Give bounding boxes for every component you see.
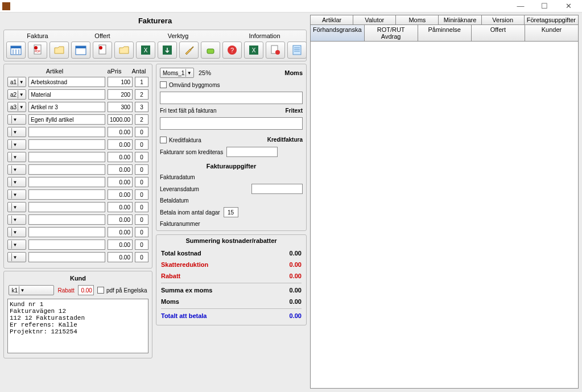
article-code-combo[interactable]: a1▼ <box>7 77 26 87</box>
article-price-input[interactable] <box>108 139 133 150</box>
article-qty-input[interactable] <box>135 139 148 150</box>
article-price-input[interactable] <box>108 77 133 87</box>
omvand-checkbox[interactable]: Omvänd byggmoms <box>160 81 303 88</box>
article-name-input[interactable] <box>28 164 105 175</box>
betala-dagar-input[interactable] <box>224 207 238 217</box>
tab-f-retagsuppgifter[interactable]: Företagsuppgifter <box>524 15 579 24</box>
offert-open-button[interactable] <box>114 42 134 59</box>
article-qty-input[interactable] <box>135 214 148 225</box>
article-qty-input[interactable] <box>135 202 148 212</box>
article-name-input[interactable] <box>28 139 105 150</box>
article-name-input[interactable] <box>28 177 105 187</box>
tab-p-minnelse[interactable]: Påminnelse <box>418 24 472 41</box>
article-qty-input[interactable] <box>135 227 148 237</box>
article-code-combo[interactable]: ▼ <box>7 164 26 175</box>
article-code-combo[interactable]: ▼ <box>7 127 26 137</box>
pdf-english-checkbox[interactable]: pdf på Engelska <box>97 287 147 294</box>
leveransdatum-input[interactable] <box>251 184 303 194</box>
article-qty-input[interactable] <box>135 240 148 250</box>
article-name-input[interactable] <box>28 189 105 200</box>
article-code-combo[interactable]: ▼ <box>7 252 26 262</box>
excel-export-button[interactable]: X <box>136 42 155 59</box>
article-price-input[interactable] <box>108 102 133 112</box>
article-name-input[interactable] <box>28 114 105 125</box>
article-price-input[interactable] <box>108 214 133 225</box>
faktura-calendar-button[interactable] <box>6 42 26 59</box>
maximize-button[interactable]: ☐ <box>533 1 556 12</box>
tab-offert[interactable]: Offert <box>471 24 525 41</box>
article-qty-input[interactable] <box>135 189 148 200</box>
tab-kunder[interactable]: Kunder <box>525 24 579 41</box>
article-price-input[interactable] <box>108 252 133 262</box>
rabatt-input[interactable] <box>78 285 94 295</box>
tab-version[interactable]: Version <box>481 15 525 24</box>
article-name-input[interactable] <box>28 202 105 212</box>
article-name-input[interactable] <box>28 77 105 87</box>
tab-minir-knare[interactable]: Miniräknare <box>438 15 481 24</box>
article-code-combo[interactable]: ▼ <box>7 202 26 212</box>
article-name-input[interactable] <box>28 102 105 112</box>
article-price-input[interactable] <box>108 177 133 187</box>
excel-import-button[interactable] <box>158 42 177 59</box>
article-qty-input[interactable] <box>135 89 148 100</box>
excel-info-button[interactable]: X <box>244 42 263 59</box>
krediteras-input[interactable] <box>226 147 278 157</box>
tab-moms[interactable]: Moms <box>395 15 439 24</box>
article-qty-input[interactable] <box>135 177 148 187</box>
article-name-input[interactable] <box>28 214 105 225</box>
article-code-combo[interactable]: ▼ <box>7 240 26 250</box>
article-code-combo[interactable]: ▼ <box>7 189 26 200</box>
article-name-input[interactable] <box>28 127 105 137</box>
article-price-input[interactable] <box>108 127 133 137</box>
article-name-input[interactable] <box>28 89 105 100</box>
article-qty-input[interactable] <box>135 114 148 125</box>
moms-combo[interactable]: Moms_1▼ <box>160 68 194 78</box>
article-qty-input[interactable] <box>135 152 148 162</box>
offert-calendar-button[interactable] <box>71 42 90 59</box>
article-code-combo[interactable]: ▼ <box>7 114 26 125</box>
close-button[interactable]: ✕ <box>557 1 580 12</box>
kund-combo[interactable]: k1▼ <box>9 285 54 295</box>
article-code-combo[interactable]: a3▼ <box>7 102 26 112</box>
tab-artiklar[interactable]: Artiklar <box>310 15 353 24</box>
article-price-input[interactable] <box>108 164 133 175</box>
article-code-combo[interactable]: a2▼ <box>7 89 26 100</box>
faktura-open-button[interactable] <box>49 42 69 59</box>
article-qty-input[interactable] <box>135 127 148 137</box>
tab-f-rhandsgranska[interactable]: Förhandsgranska <box>310 24 365 41</box>
article-price-input[interactable] <box>108 89 133 100</box>
article-name-input[interactable] <box>28 252 105 262</box>
article-price-input[interactable] <box>108 189 133 200</box>
article-qty-input[interactable] <box>135 252 148 262</box>
tab-valutor[interactable]: Valutor <box>353 15 396 24</box>
article-code-combo[interactable]: ▼ <box>7 152 26 162</box>
notes-button[interactable] <box>287 42 307 59</box>
faktura-pdf-button[interactable]: PDF <box>28 42 47 59</box>
moms-text-input[interactable] <box>160 92 303 104</box>
minimize-button[interactable]: — <box>509 1 532 12</box>
kreditfaktura-checkbox[interactable]: Kreditfaktura <box>160 137 201 143</box>
article-code-combo[interactable]: ▼ <box>7 139 26 150</box>
report-button[interactable] <box>266 42 285 59</box>
fritext-input[interactable] <box>160 117 303 130</box>
article-price-input[interactable] <box>108 240 133 250</box>
article-name-input[interactable] <box>28 152 105 162</box>
article-code-combo[interactable]: ▼ <box>7 214 26 225</box>
article-qty-input[interactable] <box>135 102 148 112</box>
erase-button[interactable] <box>201 42 220 59</box>
article-name-input[interactable] <box>28 227 105 237</box>
article-price-input[interactable] <box>108 202 133 212</box>
article-price-input[interactable] <box>108 227 133 237</box>
article-code-combo[interactable]: ▼ <box>7 177 26 187</box>
help-button[interactable]: ? <box>222 42 242 59</box>
clear-button[interactable] <box>179 42 199 59</box>
offert-pdf-button[interactable] <box>93 42 112 59</box>
article-price-input[interactable] <box>108 114 133 125</box>
article-price-input[interactable] <box>108 152 133 162</box>
article-name-input[interactable] <box>28 240 105 250</box>
tab-rot-rut-avdrag[interactable]: ROT/RUT Avdrag <box>364 24 418 41</box>
article-qty-input[interactable] <box>135 77 148 87</box>
article-qty-input[interactable] <box>135 164 148 175</box>
article-code-combo[interactable]: ▼ <box>7 227 26 237</box>
kund-address-text[interactable] <box>7 299 148 353</box>
